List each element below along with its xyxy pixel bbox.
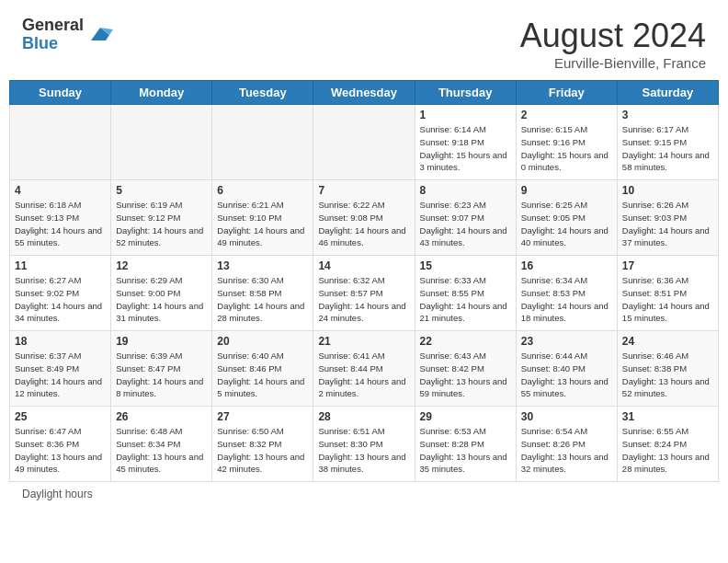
sunset-text: Sunset: 8:28 PM bbox=[420, 438, 511, 451]
sunrise-text: Sunrise: 6:29 AM bbox=[116, 274, 207, 287]
daylight-text: Daylight: 14 hours and 46 minutes. bbox=[318, 224, 409, 250]
sunset-text: Sunset: 8:51 PM bbox=[622, 287, 713, 300]
logo-blue-text: Blue bbox=[22, 35, 84, 53]
day-cell: 2Sunrise: 6:15 AMSunset: 9:16 PMDaylight… bbox=[516, 105, 617, 180]
sunset-text: Sunset: 8:49 PM bbox=[15, 362, 106, 375]
logo-general-text: General bbox=[22, 17, 84, 35]
sunrise-text: Sunrise: 6:30 AM bbox=[217, 274, 308, 287]
daylight-text: Daylight: 14 hours and 58 minutes. bbox=[622, 149, 713, 175]
sunrise-text: Sunrise: 6:15 AM bbox=[521, 123, 612, 136]
sunset-text: Sunset: 8:55 PM bbox=[420, 287, 511, 300]
calendar-week-1: 1Sunrise: 6:14 AMSunset: 9:18 PMDaylight… bbox=[10, 105, 719, 180]
sunset-text: Sunset: 8:32 PM bbox=[217, 438, 308, 451]
footer: Daylight hours bbox=[0, 482, 728, 506]
day-header-friday: Friday bbox=[516, 81, 617, 105]
sunset-text: Sunset: 8:30 PM bbox=[318, 438, 409, 451]
daylight-text: Daylight: 14 hours and 28 minutes. bbox=[217, 300, 308, 326]
day-number: 7 bbox=[318, 184, 409, 197]
sunrise-text: Sunrise: 6:18 AM bbox=[15, 199, 106, 212]
day-header-tuesday: Tuesday bbox=[212, 81, 313, 105]
sunset-text: Sunset: 8:44 PM bbox=[318, 362, 409, 375]
day-number: 3 bbox=[622, 109, 713, 121]
day-number: 16 bbox=[521, 259, 612, 272]
day-number: 24 bbox=[622, 335, 713, 348]
day-cell: 28Sunrise: 6:51 AMSunset: 8:30 PMDayligh… bbox=[313, 407, 415, 482]
day-cell: 30Sunrise: 6:54 AMSunset: 8:26 PMDayligh… bbox=[516, 407, 617, 482]
day-number: 2 bbox=[521, 109, 612, 121]
logo: General Blue bbox=[22, 17, 113, 53]
day-cell: 10Sunrise: 6:26 AMSunset: 9:03 PMDayligh… bbox=[617, 180, 718, 256]
days-header-row: SundayMondayTuesdayWednesdayThursdayFrid… bbox=[10, 81, 719, 105]
calendar-week-4: 18Sunrise: 6:37 AMSunset: 8:49 PMDayligh… bbox=[10, 331, 719, 407]
day-number: 18 bbox=[15, 335, 106, 348]
day-number: 25 bbox=[15, 410, 106, 423]
sunset-text: Sunset: 9:13 PM bbox=[15, 212, 106, 224]
month-year-title: August 2024 bbox=[520, 17, 706, 55]
daylight-text: Daylight: 14 hours and 43 minutes. bbox=[420, 224, 511, 250]
title-section: August 2024 Eurville-Bienville, France bbox=[520, 17, 706, 71]
sunrise-text: Sunrise: 6:54 AM bbox=[521, 425, 612, 438]
day-cell bbox=[10, 105, 111, 180]
sunset-text: Sunset: 9:08 PM bbox=[318, 212, 409, 224]
day-cell bbox=[111, 105, 212, 180]
day-cell: 19Sunrise: 6:39 AMSunset: 8:47 PMDayligh… bbox=[111, 331, 212, 407]
sunrise-text: Sunrise: 6:36 AM bbox=[622, 274, 713, 287]
day-cell: 21Sunrise: 6:41 AMSunset: 8:44 PMDayligh… bbox=[313, 331, 415, 407]
sunset-text: Sunset: 8:53 PM bbox=[521, 287, 612, 300]
day-cell bbox=[313, 105, 415, 180]
day-cell: 18Sunrise: 6:37 AMSunset: 8:49 PMDayligh… bbox=[10, 331, 111, 407]
daylight-text: Daylight: 14 hours and 52 minutes. bbox=[116, 224, 207, 250]
location-subtitle: Eurville-Bienville, France bbox=[520, 55, 706, 71]
sunset-text: Sunset: 8:47 PM bbox=[116, 362, 207, 375]
sunset-text: Sunset: 9:16 PM bbox=[521, 136, 612, 149]
day-cell: 22Sunrise: 6:43 AMSunset: 8:42 PMDayligh… bbox=[415, 331, 516, 407]
sunrise-text: Sunrise: 6:46 AM bbox=[622, 350, 713, 362]
sunset-text: Sunset: 9:03 PM bbox=[622, 212, 713, 224]
day-cell: 25Sunrise: 6:47 AMSunset: 8:36 PMDayligh… bbox=[10, 407, 111, 482]
sunrise-text: Sunrise: 6:26 AM bbox=[622, 199, 713, 212]
daylight-text: Daylight: 14 hours and 2 minutes. bbox=[318, 375, 409, 401]
calendar-table: SundayMondayTuesdayWednesdayThursdayFrid… bbox=[9, 80, 719, 482]
day-number: 20 bbox=[217, 335, 308, 348]
daylight-text: Daylight: 14 hours and 55 minutes. bbox=[15, 224, 106, 250]
day-cell: 7Sunrise: 6:22 AMSunset: 9:08 PMDaylight… bbox=[313, 180, 415, 256]
day-cell: 20Sunrise: 6:40 AMSunset: 8:46 PMDayligh… bbox=[212, 331, 313, 407]
sunrise-text: Sunrise: 6:23 AM bbox=[420, 199, 511, 212]
day-cell: 11Sunrise: 6:27 AMSunset: 9:02 PMDayligh… bbox=[10, 256, 111, 331]
day-number: 15 bbox=[420, 259, 511, 272]
sunrise-text: Sunrise: 6:55 AM bbox=[622, 425, 713, 438]
day-number: 12 bbox=[116, 259, 207, 272]
daylight-text: Daylight: 15 hours and 0 minutes. bbox=[521, 149, 612, 175]
daylight-text: Daylight: 14 hours and 5 minutes. bbox=[217, 375, 308, 401]
sunrise-text: Sunrise: 6:53 AM bbox=[420, 425, 511, 438]
daylight-text: Daylight: 14 hours and 18 minutes. bbox=[521, 300, 612, 326]
sunset-text: Sunset: 9:15 PM bbox=[622, 136, 713, 149]
sunrise-text: Sunrise: 6:40 AM bbox=[217, 350, 308, 362]
sunset-text: Sunset: 9:00 PM bbox=[116, 287, 207, 300]
sunrise-text: Sunrise: 6:22 AM bbox=[318, 199, 409, 212]
sunset-text: Sunset: 8:24 PM bbox=[622, 438, 713, 451]
day-cell: 15Sunrise: 6:33 AMSunset: 8:55 PMDayligh… bbox=[415, 256, 516, 331]
daylight-text: Daylight: 13 hours and 32 minutes. bbox=[521, 451, 612, 477]
sunset-text: Sunset: 9:02 PM bbox=[15, 287, 106, 300]
sunset-text: Sunset: 8:36 PM bbox=[15, 438, 106, 451]
sunset-text: Sunset: 8:34 PM bbox=[116, 438, 207, 451]
daylight-text: Daylight: 13 hours and 45 minutes. bbox=[116, 451, 207, 477]
sunset-text: Sunset: 9:12 PM bbox=[116, 212, 207, 224]
day-cell: 16Sunrise: 6:34 AMSunset: 8:53 PMDayligh… bbox=[516, 256, 617, 331]
logo-icon bbox=[87, 22, 113, 48]
daylight-text: Daylight: 13 hours and 28 minutes. bbox=[622, 451, 713, 477]
sunrise-text: Sunrise: 6:48 AM bbox=[116, 425, 207, 438]
sunrise-text: Sunrise: 6:39 AM bbox=[116, 350, 207, 362]
sunrise-text: Sunrise: 6:43 AM bbox=[420, 350, 511, 362]
day-cell: 4Sunrise: 6:18 AMSunset: 9:13 PMDaylight… bbox=[10, 180, 111, 256]
day-header-monday: Monday bbox=[111, 81, 212, 105]
sunset-text: Sunset: 9:07 PM bbox=[420, 212, 511, 224]
sunrise-text: Sunrise: 6:27 AM bbox=[15, 274, 106, 287]
day-cell: 31Sunrise: 6:55 AMSunset: 8:24 PMDayligh… bbox=[617, 407, 718, 482]
sunrise-text: Sunrise: 6:47 AM bbox=[15, 425, 106, 438]
day-number: 27 bbox=[217, 410, 308, 423]
day-number: 23 bbox=[521, 335, 612, 348]
day-number: 6 bbox=[217, 184, 308, 197]
sunset-text: Sunset: 9:05 PM bbox=[521, 212, 612, 224]
